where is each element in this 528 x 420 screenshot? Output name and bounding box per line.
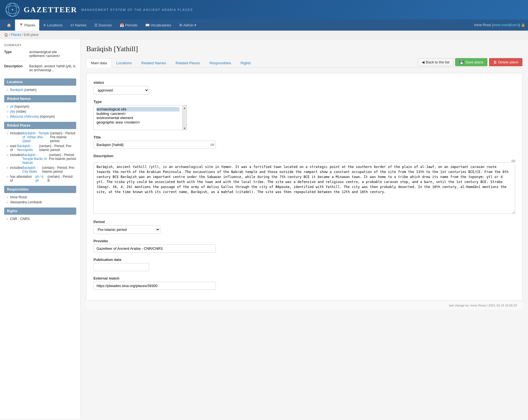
place-link-4[interactable]: Barāqish - City Walls — [22, 166, 42, 174]
type-select[interactable]: archaeological site building <ancient> e… — [93, 105, 182, 130]
list-item: ytly (nisbe) — [6, 110, 76, 113]
form-group-title: Title ⌨ — [93, 135, 515, 149]
tab-responsibles[interactable]: Responsibles — [205, 58, 236, 67]
list-item: ytl (toponym) — [6, 105, 76, 108]
status-select[interactable]: approved pending rejected — [93, 86, 149, 95]
sidebar-section-responsibles: Responsibles — [4, 186, 76, 193]
tab-main-data[interactable]: Main data — [86, 58, 112, 68]
period-select[interactable]: Pre-Islamic period Islamic period Modern… — [93, 225, 160, 234]
description-label: Description — [93, 154, 515, 158]
place-link-1[interactable]: Barāqish - Temple of ʿAthtar dhū-Qabd — [22, 131, 50, 143]
nav-vocabularies[interactable]: 📖 Vocabularies — [141, 19, 175, 31]
sidebar-summary-title: SUMMARY — [4, 43, 76, 47]
form-group-provider: Provider — [93, 239, 515, 253]
tabs-right: ◀ Back to the list 💾 Save place 🗑 Delete… — [418, 58, 522, 67]
nav-items: 🏠 📍 Places ✈ Locations 🏷 Names ☰ Sources… — [3, 19, 200, 31]
sidebar-description-label: Description — [4, 64, 29, 72]
form-group-external-match: External match — [93, 276, 515, 290]
title-input-wrap: ⌨ — [93, 141, 216, 149]
form-group-publication-date: Publication date — [93, 258, 515, 271]
breadcrumb-current: Edit place — [24, 33, 39, 37]
provider-input[interactable] — [93, 244, 216, 253]
save-button[interactable]: 💾 Save place — [455, 58, 487, 66]
list-item: east of Barāqish - Necropolis (certain) … — [6, 144, 76, 152]
user-email-link[interactable]: irene.rossi@cnr.it — [493, 23, 519, 27]
sidebar-type-field: Type archaeological sitesettlement <anci… — [4, 50, 76, 61]
nav-places[interactable]: 📍 Places — [15, 19, 39, 31]
sidebar-section-rights: Rights — [4, 207, 76, 215]
resize-handle-top: ⌨ — [93, 159, 515, 162]
app-title: GAZETTEER — [24, 5, 77, 14]
tabs-row: Main data Locations Related Names Relate… — [86, 58, 522, 68]
svg-point-3 — [12, 9, 13, 11]
sidebar-related-places-list: includes Barāqish - Temple of ʿAthtar dh… — [4, 131, 76, 182]
breadcrumb: 🏠 / Places / Edit place — [0, 31, 528, 39]
sidebar-rights-list: CNR - CNRS — [4, 217, 76, 221]
sidebar-locations-list: Barāqish (certain) — [4, 88, 76, 92]
provider-label: Provider — [93, 239, 515, 243]
nav-home[interactable]: 🏠 — [3, 19, 15, 31]
header: GAZETTEER MANAGEMENT SYSTEM OF THE ANCIE… — [0, 0, 528, 19]
tab-related-names[interactable]: Related Names — [137, 58, 171, 67]
nav-admin[interactable]: ⚙ Admin ▾ — [175, 19, 200, 31]
sidebar-section-related-names: Related Names — [4, 95, 76, 102]
title-input[interactable] — [93, 141, 216, 149]
nav-periods[interactable]: 📅 Periods — [116, 19, 141, 31]
list-item: CNR - CNRS — [6, 217, 76, 221]
sidebar-description-value: Barāqish, ancient Yathill (ytl), is an a… — [29, 64, 76, 72]
main-content: Barāqish [Yathill] Main data Locations R… — [81, 39, 528, 419]
form-group-status: status approved pending rejected — [93, 80, 515, 95]
list-item: Irene Rossi — [6, 195, 76, 199]
location-link[interactable]: Barāqish — [10, 88, 23, 92]
nav-user: Irene Rossi (irene.rossi@cnr.it) 🔒 — [474, 23, 525, 27]
delete-button[interactable]: 🗑 Delete place — [489, 58, 522, 66]
name-link-ytl[interactable]: ytl — [10, 105, 13, 108]
sidebar-section-locations: Locations — [4, 78, 76, 86]
sidebar-type-label: Type — [4, 50, 29, 58]
description-textarea[interactable]: Barāqish, ancient Yathill (ytl), is an a… — [93, 162, 515, 214]
nav-locations[interactable]: ✈ Locations — [39, 19, 66, 31]
external-match-input[interactable] — [93, 282, 216, 290]
list-item: includes Barāqish - City Walls (certain)… — [6, 166, 76, 174]
list-item: Alessandra Lombardi — [6, 200, 76, 204]
footer-bar: last change by: Irene Rossi / 2021-10-16… — [86, 301, 522, 310]
sidebar-related-names-list: ytl (toponym) ytly (nisbe) Ἀθρουλα (Athr… — [4, 105, 76, 118]
breadcrumb-places[interactable]: Places — [11, 33, 21, 37]
main-layout: SUMMARY Type archaeological sitesettleme… — [0, 39, 528, 419]
tab-related-places[interactable]: Related Places — [171, 58, 204, 67]
sidebar-description-field: Description Barāqish, ancient Yathill (y… — [4, 64, 76, 75]
back-button[interactable]: ◀ Back to the list — [418, 58, 454, 66]
external-match-label: External match — [93, 276, 515, 280]
name-link-ytly[interactable]: ytly — [10, 110, 15, 113]
sidebar: SUMMARY Type archaeological sitesettleme… — [0, 39, 81, 419]
sidebar-type-value: archaeological sitesettlement <ancient> — [29, 50, 60, 58]
title-label: Title — [93, 135, 515, 139]
sidebar-responsibles-list: Irene Rossi Alessandra Lombardi — [4, 195, 76, 204]
form-group-period: Period Pre-Islamic period Islamic period… — [93, 220, 515, 234]
last-change: last change by: Irene Rossi / 2021-10-16… — [449, 304, 517, 307]
lang-icon: ⌨ — [210, 143, 214, 146]
place-link-5[interactable]: ytl / d ytl — [35, 175, 48, 182]
tab-locations[interactable]: Locations — [112, 58, 137, 67]
place-link-2[interactable]: Barāqish - Necropolis — [17, 144, 39, 152]
form-group-description: Description ⌨ Barāqish, ancient Yathill … — [93, 154, 515, 215]
breadcrumb-home[interactable]: 🏠 — [4, 33, 8, 37]
list-item: includes Barāqish - Temple Barān of Nakr… — [6, 153, 76, 165]
page-title: Barāqish [Yathill] — [86, 45, 522, 53]
navbar: 🏠 📍 Places ✈ Locations 🏷 Names ☰ Sources… — [0, 19, 528, 31]
app-subtitle: MANAGEMENT SYSTEM OF THE ANCIENT ARABIA … — [81, 8, 193, 11]
list-item: includes Barāqish - Temple of ʿAthtar dh… — [6, 131, 76, 143]
logo-icon — [6, 3, 19, 17]
form-section: status approved pending rejected Type ar… — [86, 73, 522, 301]
status-label: status — [93, 80, 515, 85]
form-group-type: Type archaeological site building <ancie… — [93, 100, 515, 130]
nav-sources[interactable]: ☰ Sources — [90, 19, 116, 31]
nav-names[interactable]: 🏷 Names — [66, 19, 90, 31]
type-label: Type — [93, 100, 515, 104]
publication-date-label: Publication date — [93, 258, 515, 262]
place-link-3[interactable]: Barāqish - Temple Barān of Nakrah — [22, 153, 49, 165]
list-item: Barāqish (certain) — [6, 88, 76, 92]
tab-rights[interactable]: Rights — [236, 58, 256, 67]
name-link-athroula[interactable]: Ἀθρουλα (Athroula) — [10, 115, 39, 118]
publication-date-input[interactable] — [93, 263, 149, 271]
